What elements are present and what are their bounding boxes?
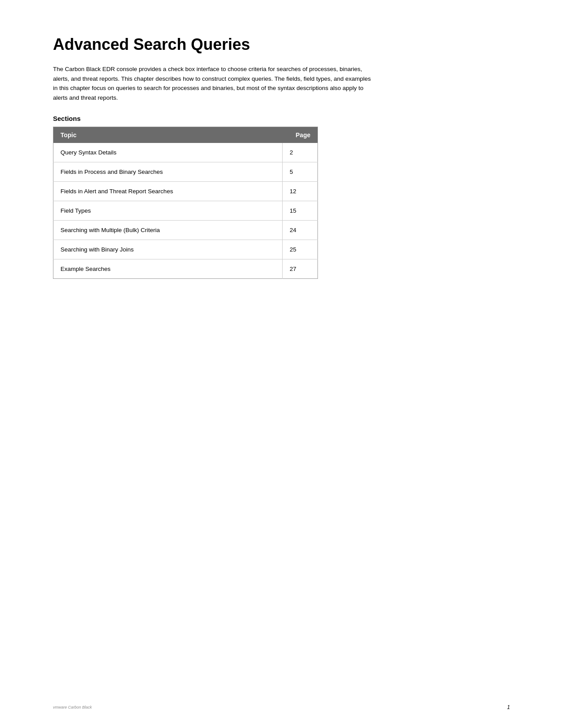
table-cell-page: 25 (283, 240, 318, 259)
table-row: Query Syntax Details2 (53, 143, 318, 162)
table-row: Fields in Process and Binary Searches5 (53, 162, 318, 182)
table-header-row: Topic Page (53, 127, 318, 143)
toc-table: Topic Page Query Syntax Details2Fields i… (53, 127, 318, 279)
table-row: Searching with Multiple (Bulk) Criteria2… (53, 221, 318, 240)
table-cell-page: 12 (283, 182, 318, 201)
table-row: Field Types15 (53, 201, 318, 221)
table-row: Searching with Binary Joins25 (53, 240, 318, 259)
table-cell-page: 2 (283, 143, 318, 162)
page-footer: vmware Carbon Black 1 (0, 704, 563, 710)
page-title: Advanced Search Queries (53, 35, 510, 54)
table-cell-page: 15 (283, 201, 318, 221)
table-cell-topic: Searching with Binary Joins (53, 240, 283, 259)
sections-label: Sections (53, 115, 510, 122)
table-cell-page: 5 (283, 162, 318, 182)
table-cell-page: 27 (283, 259, 318, 279)
page-container: Advanced Search Queries The Carbon Black… (0, 0, 563, 728)
table-cell-page: 24 (283, 221, 318, 240)
topic-column-header: Topic (53, 127, 283, 143)
table-cell-topic: Fields in Process and Binary Searches (53, 162, 283, 182)
table-cell-topic: Example Searches (53, 259, 283, 279)
footer-logo: vmware Carbon Black (53, 705, 92, 709)
page-column-header: Page (283, 127, 318, 143)
table-cell-topic: Fields in Alert and Threat Report Search… (53, 182, 283, 201)
table-row: Example Searches27 (53, 259, 318, 279)
footer-page-number: 1 (507, 704, 510, 710)
intro-paragraph: The Carbon Black EDR console provides a … (53, 64, 371, 102)
table-row: Fields in Alert and Threat Report Search… (53, 182, 318, 201)
table-cell-topic: Field Types (53, 201, 283, 221)
table-cell-topic: Query Syntax Details (53, 143, 283, 162)
table-cell-topic: Searching with Multiple (Bulk) Criteria (53, 221, 283, 240)
